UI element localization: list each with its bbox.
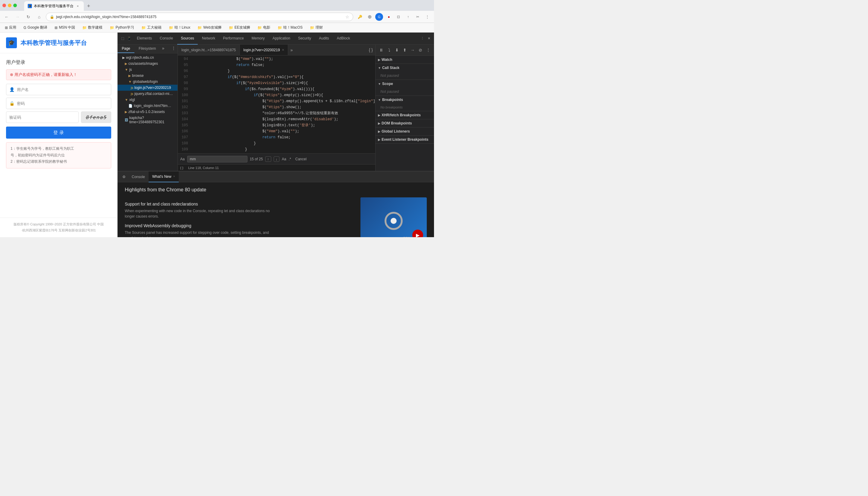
bookmark-math[interactable]: 📁数学建模 xyxy=(80,25,105,31)
tab-sources[interactable]: Sources xyxy=(177,33,198,45)
pause-button[interactable]: ⏸ xyxy=(378,46,385,53)
file-js-folder[interactable]: ▼ js xyxy=(118,66,177,73)
whats-new-tab[interactable]: What's New × xyxy=(149,171,179,182)
bookmark-python[interactable]: 📁Python学习 xyxy=(107,25,136,31)
device-icon[interactable]: 📱 xyxy=(126,35,133,42)
bookmark-movie[interactable]: 📁电影 xyxy=(255,25,273,31)
tab-console[interactable]: Console xyxy=(156,33,176,45)
folder-browse-icon: ▶ xyxy=(128,74,131,78)
step-out-button[interactable]: ⬆ xyxy=(401,46,408,53)
minimize-button[interactable] xyxy=(8,4,12,7)
home-button[interactable]: ⌂ xyxy=(35,13,43,21)
play-icon[interactable]: ▶ xyxy=(412,230,423,237)
close-button[interactable] xyxy=(2,4,6,7)
maximize-button[interactable] xyxy=(13,4,17,7)
console-tab[interactable]: Console xyxy=(128,171,149,182)
bookmark-finance[interactable]: 📁理财 xyxy=(307,25,325,31)
editor-tab-login-js[interactable]: login.js?ver=20200219 ✕ xyxy=(240,45,288,55)
key-icon[interactable]: 🔑 xyxy=(356,13,364,21)
inspect-icon[interactable]: ⬚ xyxy=(120,35,125,42)
bookmark-msn[interactable]: ⊞MSN 中国 xyxy=(52,25,77,31)
bookmark-macos[interactable]: 📁哇！MacOS xyxy=(275,25,305,31)
back-button[interactable]: ← xyxy=(2,13,11,21)
global-listeners-header[interactable]: ▶ Global Listeners xyxy=(375,127,434,135)
profile-icon[interactable]: G xyxy=(375,13,383,21)
address-bar[interactable]: 🔒 jwgl.njtech.edu.cn/xtgl/login_slogin.h… xyxy=(46,13,353,21)
ext-1-icon[interactable]: ● xyxy=(385,13,393,21)
page-tab[interactable]: Page xyxy=(118,45,135,53)
event-chevron-icon: ▶ xyxy=(378,138,381,141)
ext-3-icon[interactable]: ↑ xyxy=(404,13,412,21)
search-up-button[interactable]: ↑ xyxy=(265,156,271,162)
file-login-html[interactable]: 📄 login_slogin.html?time=158488974181... xyxy=(118,103,177,109)
profile-circle[interactable]: G xyxy=(375,13,383,21)
bookmark-apps[interactable]: ⊞应用 xyxy=(2,25,19,31)
more-debug-icon[interactable]: ⋮ xyxy=(425,46,432,53)
menu-icon[interactable]: ⋮ xyxy=(423,13,432,21)
scope-header[interactable]: ▼ Scope xyxy=(375,80,434,88)
editor-tab-close-icon[interactable]: ✕ xyxy=(282,48,284,51)
file-kaptcha[interactable]: 🖼 kaptcha?time=1584889752301 xyxy=(118,115,177,125)
tab-close-button[interactable]: × xyxy=(75,4,80,9)
close-devtools-icon[interactable]: ✕ xyxy=(427,35,432,42)
more-editor-tabs-icon[interactable]: » xyxy=(288,48,295,52)
file-zftal-folder[interactable]: ▶ zftal-ui-v5-1.0.2/assets xyxy=(118,109,177,115)
tab-network[interactable]: Network xyxy=(198,33,219,45)
file-css-folder[interactable]: ▶ css/assets/images xyxy=(118,61,177,66)
step-button[interactable]: → xyxy=(409,46,416,53)
file-login-js[interactable]: js login.js?ver=20200219 xyxy=(118,85,177,91)
bookmark-web[interactable]: 📁Web攻城狮 xyxy=(195,25,223,31)
bookmark-secrets[interactable]: 📁工大秘籍 xyxy=(139,25,164,31)
tab-audits[interactable]: Audits xyxy=(315,33,332,45)
tab-performance[interactable]: Performance xyxy=(219,33,247,45)
event-listener-header[interactable]: ▶ Event Listener Breakpoints xyxy=(375,136,434,143)
file-browse-folder[interactable]: ▶ browse xyxy=(118,73,177,79)
extensions-icon[interactable]: ⊕ xyxy=(365,13,374,21)
breakpoints-header[interactable]: ▼ Breakpoints xyxy=(375,96,434,104)
ext-2-icon[interactable]: ⊡ xyxy=(394,13,403,21)
folder4-icon: 📁 xyxy=(169,26,173,30)
tab-adblock[interactable]: AdBlock xyxy=(334,33,354,45)
step-over-button[interactable]: ⤵ xyxy=(386,46,392,53)
search-cancel-button[interactable]: Cancel xyxy=(294,156,308,162)
bookmark-star-icon[interactable]: ☆ xyxy=(345,14,349,19)
reload-button[interactable]: ↻ xyxy=(24,13,33,21)
tab-application[interactable]: Application xyxy=(269,33,294,45)
active-tab[interactable]: 🎓 本科教学管理与服务平台 × xyxy=(24,1,84,11)
call-stack-header[interactable]: ▼ Call Stack xyxy=(375,64,434,72)
whats-new-close-icon[interactable]: × xyxy=(173,175,175,178)
search-down-button[interactable]: ↓ xyxy=(274,156,280,162)
watch-header[interactable]: ▶ Watch xyxy=(375,56,434,64)
format-icon[interactable]: { } xyxy=(367,48,375,52)
step-into-button[interactable]: ⬇ xyxy=(393,46,400,53)
more-tabs-icon[interactable]: » xyxy=(160,45,166,53)
forward-button[interactable]: → xyxy=(13,13,22,21)
deactivate-breakpoints-button[interactable]: ⊘ xyxy=(417,46,424,53)
bookmark-linux[interactable]: 📁哇！Linux xyxy=(166,25,193,31)
code-lines[interactable]: $("#mm").val(""); return false; } if($("… xyxy=(190,56,375,153)
new-tab-button[interactable]: + xyxy=(84,1,93,11)
file-domain[interactable]: ▶ wgl.njtech.edu.cn xyxy=(118,55,177,61)
captcha-image[interactable]: 8fena5 xyxy=(81,111,111,123)
file-jquery[interactable]: js jquery.zftal.contact-min.js?ver=20200… xyxy=(118,91,177,97)
dom-breakpoints-header[interactable]: ▶ DOM Breakpoints xyxy=(375,119,434,127)
settings-icon[interactable]: ⋮ xyxy=(420,35,425,42)
tab-elements[interactable]: Elements xyxy=(133,33,156,45)
tab-security[interactable]: Security xyxy=(294,33,315,45)
bookmark-ee[interactable]: 📁EE攻城狮 xyxy=(226,25,252,31)
filesystem-tab[interactable]: Filesystem xyxy=(135,45,160,53)
username-input[interactable] xyxy=(17,88,108,92)
captcha-input[interactable] xyxy=(6,111,79,123)
xhr-breakpoints-header[interactable]: ▶ XHR/fetch Breakpoints xyxy=(375,111,434,119)
password-input[interactable] xyxy=(17,101,108,106)
file-xtgl-folder[interactable]: ▼ xtgl xyxy=(118,97,177,103)
login-button[interactable]: 登 录 xyxy=(6,127,111,139)
bottom-settings-icon[interactable]: ⚙ xyxy=(120,175,128,179)
bookmark-translate[interactable]: GGoogle 翻译 xyxy=(21,25,50,31)
ext-4-icon[interactable]: ✂ xyxy=(414,13,422,21)
editor-tab-login-html[interactable]: login_slogin.ht...=1584889741875 xyxy=(178,45,240,55)
file-globalweb-folder[interactable]: ▼ globalweb/login xyxy=(118,79,177,85)
file-tree-menu-icon[interactable]: ⋮ xyxy=(170,45,177,53)
tab-memory[interactable]: Memory xyxy=(248,33,268,45)
search-input[interactable] xyxy=(187,156,247,162)
